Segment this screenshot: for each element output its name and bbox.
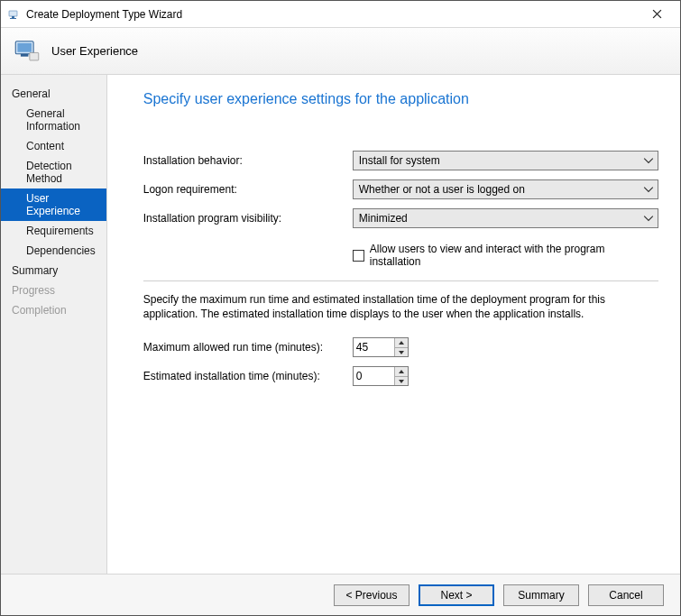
checkbox-allow-interact[interactable]	[353, 250, 364, 262]
next-button[interactable]: Next >	[419, 584, 494, 606]
label-max-runtime: Maximum allowed run time (minutes):	[143, 341, 353, 354]
sidebar-item-dependencies[interactable]: Dependencies	[1, 241, 106, 261]
select-visibility[interactable]: Minimized	[353, 208, 658, 228]
select-logon-requirement[interactable]: Whether or not a user is logged on	[353, 179, 658, 199]
close-icon	[652, 9, 662, 19]
titlebar: Create Deployment Type Wizard	[1, 1, 680, 28]
sidebar-item-requirements[interactable]: Requirements	[1, 221, 106, 241]
chevron-down-icon	[643, 213, 654, 224]
previous-button[interactable]: < Previous	[334, 584, 410, 606]
svg-rect-0	[9, 11, 17, 16]
label-visibility: Installation program visibility:	[143, 212, 353, 225]
sidebar-group-completion: Completion	[1, 300, 106, 320]
chevron-up-icon	[399, 370, 404, 373]
chevron-up-icon	[399, 341, 404, 345]
body: General General Information Content Dete…	[1, 75, 680, 574]
input-est-time[interactable]	[354, 370, 394, 382]
svg-rect-4	[17, 42, 32, 51]
app-icon	[6, 7, 21, 22]
instruction-text: Specify the maximum run time and estimat…	[143, 292, 658, 321]
sidebar-group-progress: Progress	[1, 280, 106, 300]
select-install-behavior[interactable]: Install for system	[353, 151, 658, 170]
spinner-down-button[interactable]	[395, 347, 408, 356]
select-logon-requirement-value: Whether or not a user is logged on	[359, 183, 525, 196]
input-max-runtime[interactable]	[354, 341, 394, 354]
header-band: User Experience	[1, 28, 680, 75]
footer: < Previous Next > Summary Cancel	[1, 574, 680, 615]
sidebar-item-detection-method[interactable]: Detection Method	[1, 156, 106, 188]
header-title: User Experience	[51, 44, 138, 58]
chevron-down-icon	[643, 184, 654, 195]
svg-rect-1	[12, 16, 14, 18]
chevron-down-icon	[643, 155, 654, 166]
spinner-down-button[interactable]	[395, 376, 408, 385]
spinner-up-button[interactable]	[395, 338, 408, 347]
select-visibility-value: Minimized	[359, 212, 408, 225]
close-button[interactable]	[639, 2, 675, 27]
label-est-time: Estimated installation time (minutes):	[143, 370, 353, 382]
select-install-behavior-value: Install for system	[359, 154, 440, 167]
label-logon-requirement: Logon requirement:	[143, 183, 353, 196]
svg-rect-2	[10, 18, 16, 19]
sidebar-item-user-experience[interactable]: User Experience	[1, 188, 106, 221]
label-allow-interact: Allow users to view and interact with th…	[370, 243, 658, 268]
wizard-sidebar: General General Information Content Dete…	[1, 75, 107, 574]
window-title: Create Deployment Type Wizard	[26, 8, 639, 21]
sidebar-item-general-information[interactable]: General Information	[1, 104, 106, 136]
content-panel: Specify user experience settings for the…	[107, 75, 680, 574]
spinner-est-time[interactable]	[353, 366, 409, 386]
spinner-max-runtime[interactable]	[353, 337, 409, 357]
sidebar-item-content[interactable]: Content	[1, 136, 106, 156]
separator	[143, 280, 658, 281]
cancel-button[interactable]: Cancel	[588, 584, 664, 606]
page-heading: Specify user experience settings for the…	[143, 91, 658, 107]
spinner-up-button[interactable]	[395, 367, 408, 376]
chevron-down-icon	[399, 380, 404, 383]
summary-button[interactable]: Summary	[503, 584, 579, 606]
computer-icon	[12, 36, 42, 67]
chevron-down-icon	[399, 351, 404, 354]
svg-rect-5	[21, 53, 28, 56]
svg-rect-6	[30, 52, 39, 60]
label-install-behavior: Installation behavior:	[143, 154, 353, 167]
sidebar-group-summary[interactable]: Summary	[1, 261, 106, 280]
sidebar-group-general[interactable]: General	[1, 84, 106, 104]
